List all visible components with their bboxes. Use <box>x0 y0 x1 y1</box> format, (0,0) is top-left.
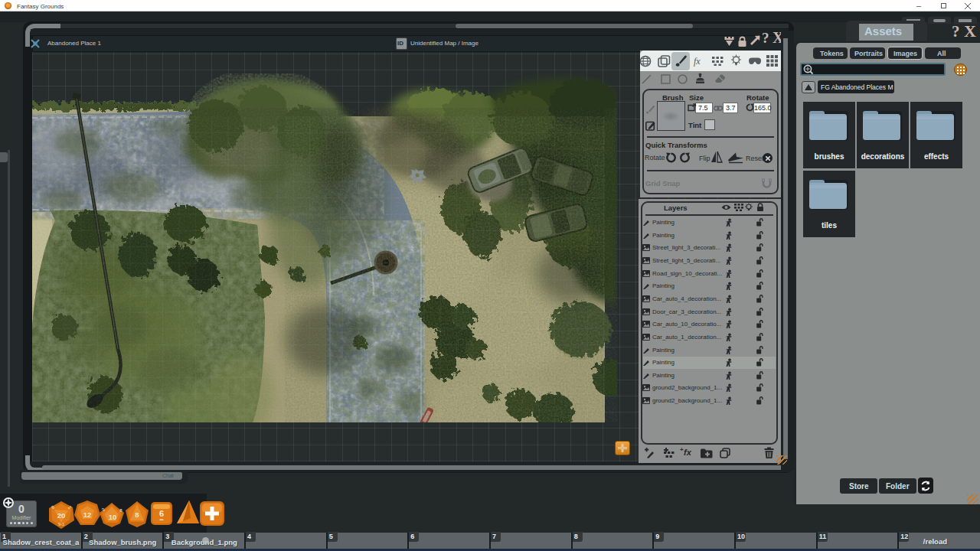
svg-text:8: 8 <box>135 510 139 519</box>
svg-text:9-1: 9-1 <box>58 522 65 527</box>
svg-text:12: 12 <box>83 510 92 519</box>
svg-text:20: 20 <box>57 511 66 520</box>
svg-text:6: 6 <box>159 509 164 518</box>
svg-text:10: 10 <box>109 513 117 521</box>
